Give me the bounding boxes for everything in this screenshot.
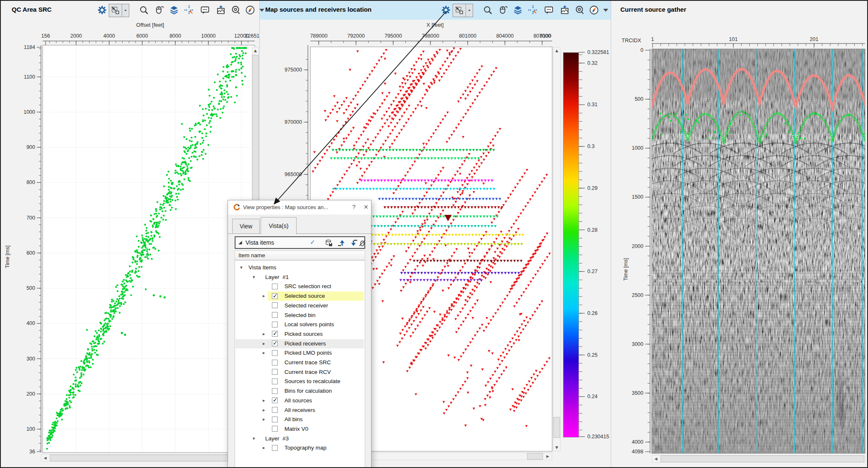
tree-expander-closed-icon[interactable]: ▸ [263,341,265,346]
pick-move-crosshair-icon[interactable] [528,5,538,15]
tree-item-topography-map[interactable]: ▸Topography map [235,443,365,453]
map-horizontal-scroll-thumb[interactable] [527,453,543,460]
tree-item-picked-receivers[interactable]: ▸✓Picked receivers [235,339,365,349]
tree-item-src-selection-rect[interactable]: SRC selection rect [235,282,365,292]
tree-expander-closed-icon[interactable]: ▸ [263,331,265,337]
qc-scroll-left-button[interactable]: ◀ [41,455,49,461]
map-scroll-down-button[interactable]: ▼ [553,444,560,451]
toolbar-dropdown-caret-icon[interactable] [257,5,263,15]
tree-item-local-solvers-points[interactable]: Local solvers points [235,320,365,330]
dialog-close-button[interactable]: ✕ [364,204,369,210]
annotation-comment-icon[interactable] [200,5,210,15]
dialog-titlebar[interactable]: View properties : Map sources an... ? ✕ [228,200,371,215]
export-image-icon[interactable] [216,5,226,15]
tree-item-bins-for-calculation[interactable]: Bins for calculation [235,386,365,396]
tree-item-checkbox[interactable] [272,350,278,356]
map-vertical-scroll-thumb[interactable] [553,417,560,438]
toolbar-dropdown-caret-icon[interactable] [122,4,128,17]
zoom-window-select-button[interactable] [109,4,129,17]
tab-view[interactable]: View [232,219,260,234]
zoom-magnifier-icon[interactable] [139,5,149,15]
view-properties-dialog[interactable]: View properties : Map sources an... ? ✕ … [228,200,371,468]
tree-item-checkbox[interactable] [272,407,278,413]
move-up-icon[interactable] [338,239,345,247]
collapse-all-icon[interactable]: ◢ [238,240,242,245]
tree-item-checkbox[interactable] [272,426,278,432]
tree-item-checkbox[interactable] [272,302,278,308]
zoom-window-select-button[interactable] [453,4,473,17]
settings-gear-icon[interactable] [97,5,107,15]
tree-expander-closed-icon[interactable]: ▸ [263,350,265,355]
tree-expander-closed-icon[interactable]: ▸ [263,398,265,403]
toolbar-dropdown-caret-icon[interactable] [601,5,607,15]
map-scroll-right-button[interactable]: ▶ [544,453,552,460]
vista-items-tree[interactable]: ▾Vista Items▾Layer #1SRC selection rect▸… [235,260,365,468]
tab-vistas[interactable]: Vista(s) [261,217,297,234]
tree-item-current-trace-rcv[interactable]: Current trace RCV [235,368,365,377]
gather-scroll-left-button[interactable]: ◀ [652,455,660,462]
zoom-magnifier-icon[interactable] [483,5,493,15]
qc-horizontal-scroll-thumb[interactable] [50,455,255,461]
tree-item-picked-lmo-points[interactable]: ▸Picked LMO points [235,348,365,358]
tree-item-all-sources[interactable]: ▸✓All sources [235,396,365,406]
tree-expander-closed-icon[interactable]: ▸ [263,407,265,413]
mouse-disable-icon[interactable] [358,239,366,247]
save-items-icon[interactable] [325,239,333,247]
tree-item-selected-receiver[interactable]: Selected receiver [235,301,365,311]
tree-item-selected-source[interactable]: ▸✓Selected source [235,292,365,301]
tree-expander-closed-icon[interactable]: ▸ [263,417,265,422]
tree-item-vista-items[interactable]: ▾Vista Items [235,263,365,273]
mouse-options-icon[interactable] [154,5,164,15]
qc-scroll-up-button[interactable]: ▲ [252,47,259,54]
dialog-help-button[interactable]: ? [352,204,356,210]
tree-expander-open-icon[interactable]: ▾ [253,436,255,441]
scatter-point [100,338,102,340]
compass-orientation-icon[interactable] [245,5,255,15]
tree-item-checkbox[interactable]: ✓ [272,331,278,337]
tree-item-all-receivers[interactable]: ▸All receivers [235,406,365,415]
tree-item-checkbox[interactable] [272,312,278,318]
export-image-icon[interactable] [560,5,570,15]
move-down-icon[interactable] [350,239,358,247]
map-scroll-up-button[interactable]: ▲ [553,47,560,54]
map-vertical-scrollbar[interactable] [553,47,561,451]
tree-item-checkbox[interactable]: ✓ [272,340,278,346]
tree-item-all-bins[interactable]: ▸All bins [235,415,365,425]
tree-item-picked-sources[interactable]: ▸✓Picked sources [235,330,365,339]
pick-move-crosshair-icon[interactable] [184,5,194,15]
tree-item-checkbox[interactable] [272,284,278,289]
item-name-column-header[interactable]: Item name [235,251,365,260]
tree-item-checkbox[interactable] [272,388,278,394]
gather-horizontal-scroll-thumb[interactable] [661,455,864,462]
tree-item-layer-3[interactable]: ▾Layer #3 [235,434,365,444]
tree-expander-closed-icon[interactable]: ▸ [263,293,265,299]
layers-icon[interactable] [169,5,179,15]
tree-expander-open-icon[interactable]: ▾ [240,265,243,270]
tree-item-checkbox[interactable]: ✓ [272,397,278,403]
tree-item-checkbox[interactable] [272,322,278,327]
tree-item-checkbox[interactable] [272,360,278,366]
annotation-comment-icon[interactable] [544,5,554,15]
mouse-options-icon[interactable] [498,5,508,15]
toolbar-dropdown-caret-icon[interactable] [466,4,472,17]
tree-item-checkbox[interactable]: ✓ [272,293,278,299]
tree-item-selected-bin[interactable]: Selected bin [235,311,365,320]
zoom-area-icon[interactable] [231,5,241,15]
tree-item-checkbox[interactable] [272,378,278,384]
tree-item-checkbox[interactable] [272,445,278,451]
tree-item-sources-to-recalculate[interactable]: Sources to recalculate [235,377,365,386]
tree-item-layer-1[interactable]: ▾Layer #1 [235,273,365,282]
zoom-area-icon[interactable] [575,5,585,15]
tree-item-current-trace-src[interactable]: Current trace SRC [235,358,365,368]
check-all-icon[interactable]: ✓ [310,238,315,246]
zoom-window-select-icon[interactable] [453,6,466,15]
tree-item-checkbox[interactable] [272,369,278,375]
compass-orientation-icon[interactable] [589,5,599,15]
tree-item-checkbox[interactable] [272,417,278,422]
tree-expander-closed-icon[interactable]: ▸ [263,445,265,450]
tree-expander-open-icon[interactable]: ▾ [253,274,255,280]
settings-gear-icon[interactable] [441,5,451,15]
zoom-window-select-icon[interactable] [109,6,122,15]
layers-icon[interactable] [513,5,523,15]
tree-item-matrix-v0[interactable]: Matrix V0 [235,425,365,434]
